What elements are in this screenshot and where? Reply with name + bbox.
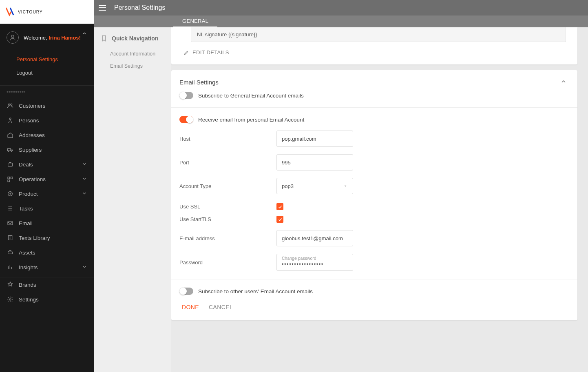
sidebar-item-tasks[interactable]: Tasks	[0, 201, 94, 216]
checkbox-use-starttls[interactable]	[276, 216, 283, 223]
nav-item-truncated: ••••••••••	[0, 86, 94, 98]
chevron-up-icon[interactable]	[560, 78, 567, 86]
operations-icon	[7, 176, 14, 182]
email-icon	[7, 220, 14, 226]
svg-rect-13	[8, 236, 12, 240]
bookmark-icon	[100, 35, 108, 42]
user-submenu: Personal Settings Logout	[0, 51, 94, 85]
product-icon	[7, 190, 14, 197]
page-title: Personal Settings	[114, 4, 165, 11]
quicknav-item-account-information[interactable]: Account Information	[94, 48, 171, 60]
sidebar-item-email[interactable]: Email	[0, 216, 94, 230]
check-icon	[278, 217, 283, 222]
sidebar-item-product[interactable]: Product	[0, 186, 94, 201]
input-host[interactable]	[276, 131, 353, 147]
chevron-up-icon	[82, 31, 87, 38]
svg-rect-12	[8, 221, 13, 225]
sidebar-item-assets[interactable]: Assets	[0, 245, 94, 260]
sidebar-item-texts-library[interactable]: Texts Library	[0, 230, 94, 245]
sidebar-item-suppliers[interactable]: Suppliers	[0, 142, 94, 157]
float-label-password: Change password	[282, 256, 348, 261]
sidebar-item-persons[interactable]: Persons	[0, 113, 94, 128]
quicknav-header: Quick Navigation	[94, 32, 171, 48]
label-subscribe-other: Subscribe to other users' Email Account …	[198, 288, 313, 294]
label-use-ssl: Use SSL	[179, 204, 276, 210]
avatar	[7, 31, 19, 44]
svg-rect-4	[7, 148, 11, 151]
chevron-down-icon	[82, 176, 87, 183]
svg-point-14	[9, 299, 11, 300]
deals-icon	[7, 161, 14, 168]
sidebar-item-operations[interactable]: Operations	[0, 172, 94, 186]
assets-icon	[7, 249, 14, 256]
signature-card: NL signature {{signature}} EDIT DETAILS	[171, 27, 577, 64]
label-receive-personal: Receive email from personal Email Accoun…	[198, 117, 304, 123]
sidebar-item-brands[interactable]: Brands	[0, 277, 94, 292]
tasks-icon	[7, 205, 14, 212]
svg-rect-10	[8, 180, 10, 182]
sidebar-item-deals[interactable]: Deals	[0, 157, 94, 172]
tab-general[interactable]: GENERAL	[173, 16, 217, 27]
pencil-icon	[183, 50, 189, 55]
sidebar-item-logout[interactable]: Logout	[0, 66, 94, 80]
signature-preview: NL signature {{signature}}	[191, 27, 566, 42]
user-block[interactable]: Welcome, Irina Hamos!	[0, 24, 94, 51]
dropdown-icon	[343, 184, 348, 188]
chevron-down-icon	[82, 264, 87, 271]
input-password[interactable]	[282, 261, 348, 267]
svg-rect-9	[11, 177, 13, 179]
customers-icon	[7, 102, 14, 109]
svg-rect-8	[8, 177, 10, 179]
label-account-type: Account Type	[179, 183, 276, 189]
done-button[interactable]: DONE	[182, 304, 199, 310]
input-port[interactable]	[276, 154, 353, 170]
select-account-type[interactable]: pop3	[276, 178, 353, 194]
chevron-down-icon	[82, 161, 87, 168]
brands-icon	[7, 281, 14, 288]
content-scroll[interactable]: NL signature {{signature}} EDIT DETAILS …	[171, 27, 588, 372]
sidebar-item-personal-settings[interactable]: Personal Settings	[0, 53, 94, 66]
insights-icon	[7, 264, 14, 270]
label-password: Password	[179, 259, 276, 266]
label-use-starttls: Use StartTLS	[179, 216, 276, 222]
main: Personal Settings GENERAL Quick Navigati…	[94, 0, 588, 372]
svg-point-1	[8, 104, 10, 105]
cancel-button[interactable]: CANCEL	[209, 304, 233, 310]
toggle-subscribe-general[interactable]	[179, 92, 193, 99]
hamburger-icon[interactable]	[99, 3, 108, 12]
toggle-receive-personal[interactable]	[179, 116, 193, 123]
sidebar-item-settings[interactable]: Settings	[0, 292, 94, 307]
suppliers-icon	[7, 146, 14, 153]
label-host: Host	[179, 136, 276, 142]
nav-scroll[interactable]: •••••••••• Customers Persons Addresses S…	[0, 85, 94, 372]
svg-point-0	[11, 35, 14, 38]
checkbox-use-ssl[interactable]	[276, 203, 283, 210]
label-port: Port	[179, 159, 276, 166]
sidebar-item-customers[interactable]: Customers	[0, 98, 94, 113]
email-settings-card: Email Settings Subscribe to General Emai…	[171, 70, 577, 320]
sidebar-item-insights[interactable]: Insights	[0, 260, 94, 275]
svg-rect-7	[8, 163, 13, 166]
label-subscribe-general: Subscribe to General Email Account email…	[198, 93, 304, 99]
email-settings-title: Email Settings	[179, 79, 219, 86]
svg-point-2	[11, 104, 12, 105]
logo-icon	[4, 6, 16, 18]
sidebar-item-addresses[interactable]: Addresses	[0, 128, 94, 142]
edit-details-button[interactable]: EDIT DETAILS	[175, 49, 573, 55]
toggle-subscribe-other[interactable]	[179, 288, 193, 295]
input-email[interactable]	[276, 230, 353, 246]
persons-icon	[7, 117, 14, 124]
logo[interactable]: VICTOURY	[0, 0, 94, 24]
settings-icon	[7, 296, 14, 303]
quicknav-item-email-settings[interactable]: Email Settings	[94, 60, 171, 72]
svg-point-3	[9, 118, 11, 120]
svg-point-6	[11, 151, 12, 151]
label-email: E-mail address	[179, 235, 276, 241]
input-password-wrapper: Change password	[276, 254, 353, 271]
texts-icon	[7, 235, 14, 241]
check-icon	[278, 204, 283, 209]
sidebar: VICTOURY Welcome, Irina Hamos! Personal …	[0, 0, 94, 372]
welcome-text: Welcome, Irina Hamos!	[24, 35, 81, 41]
chevron-down-icon	[82, 190, 87, 197]
tabbar: GENERAL	[94, 16, 588, 27]
